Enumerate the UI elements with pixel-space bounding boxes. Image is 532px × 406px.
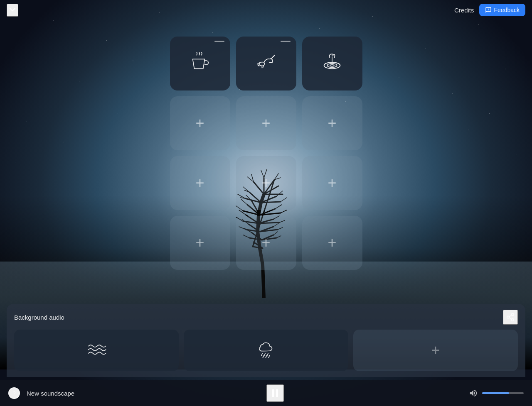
grid-cell-empty-1[interactable]: + <box>236 96 296 150</box>
grid-cell-empty-5[interactable]: + <box>302 156 362 210</box>
pause-icon <box>269 387 281 399</box>
chevron-down-icon <box>7 5 17 15</box>
bg-audio-cells: + <box>14 330 518 377</box>
add-sound-icon: + <box>195 176 204 191</box>
svg-rect-14 <box>272 389 274 397</box>
svg-line-11 <box>263 355 264 358</box>
svg-line-13 <box>268 355 270 358</box>
bg-audio-title: Background audio <box>14 314 64 321</box>
grid-cell-tea[interactable] <box>170 37 230 90</box>
main-content: Credits Feedback <box>0 0 532 406</box>
collapse-button[interactable] <box>7 4 18 17</box>
rain-icon <box>255 340 277 361</box>
grid-cell-empty-8[interactable]: + <box>302 216 362 270</box>
top-bar: Credits Feedback <box>0 0 532 20</box>
add-sound-icon: + <box>261 235 270 250</box>
volume-fill <box>482 392 509 394</box>
grid-container: + + + + + + + + <box>170 37 362 270</box>
bg-audio-cell-empty[interactable]: + <box>353 330 518 371</box>
volume-slider[interactable] <box>482 392 524 394</box>
svg-line-10 <box>267 353 268 356</box>
play-pause-button[interactable] <box>266 384 284 402</box>
bottom-section: Background audio <box>0 304 532 380</box>
bg-audio-cell-rain[interactable] <box>184 330 348 371</box>
sound-grid: + + + + + + + + <box>0 20 532 304</box>
share-button[interactable] <box>503 310 518 325</box>
add-sound-icon: + <box>261 116 270 131</box>
feedback-label: Feedback <box>494 7 520 13</box>
grid-cell-empty-6[interactable]: + <box>170 216 230 270</box>
add-bg-audio-icon: + <box>431 343 440 358</box>
tea-icon <box>188 50 212 77</box>
add-sound-icon: + <box>195 116 204 131</box>
grid-cell-empty-0[interactable]: + <box>170 96 230 150</box>
top-right-actions: Credits Feedback <box>454 4 525 16</box>
cell-remove-indicator <box>281 41 291 42</box>
add-sound-icon: + <box>328 235 336 250</box>
feedback-button[interactable]: Feedback <box>479 4 525 16</box>
credits-button[interactable]: Credits <box>454 7 474 14</box>
bg-audio-header: Background audio <box>14 310 518 325</box>
volume-speaker-icon <box>469 389 478 398</box>
soundscape-name: New soundscape <box>27 390 260 397</box>
waterfall-icon <box>320 50 344 77</box>
grid-cell-empty-4[interactable]: + <box>236 156 296 210</box>
cell-remove-indicator <box>214 41 224 42</box>
right-controls <box>291 389 524 398</box>
svg-line-6 <box>509 318 512 319</box>
bird-icon <box>254 50 278 77</box>
add-sound-icon: + <box>195 235 204 250</box>
add-sound-icon: + <box>328 116 336 131</box>
svg-line-8 <box>261 353 263 356</box>
bg-audio-panel: Background audio <box>7 304 525 377</box>
feedback-icon <box>485 7 492 13</box>
grid-cell-empty-2[interactable]: + <box>302 96 362 150</box>
svg-line-7 <box>509 315 512 317</box>
add-sound-icon: + <box>328 176 336 191</box>
svg-line-9 <box>264 353 266 356</box>
help-button[interactable]: ? <box>8 387 20 399</box>
grid-cell-empty-3[interactable]: + <box>170 156 230 210</box>
svg-point-2 <box>330 64 334 66</box>
grid-cell-empty-7[interactable]: + <box>236 216 296 270</box>
svg-rect-15 <box>276 389 278 397</box>
playbar: ? New soundscape <box>0 380 532 406</box>
share-icon <box>506 313 515 322</box>
bg-audio-cell-waves[interactable] <box>14 330 179 371</box>
svg-line-12 <box>266 355 267 358</box>
grid-cell-bird[interactable] <box>236 37 296 90</box>
help-label: ? <box>12 390 15 396</box>
volume-icon <box>469 389 478 398</box>
grid-cell-waterfall[interactable] <box>302 37 362 90</box>
add-sound-icon: + <box>261 176 270 191</box>
waves-icon <box>86 340 107 361</box>
svg-point-1 <box>327 63 337 67</box>
